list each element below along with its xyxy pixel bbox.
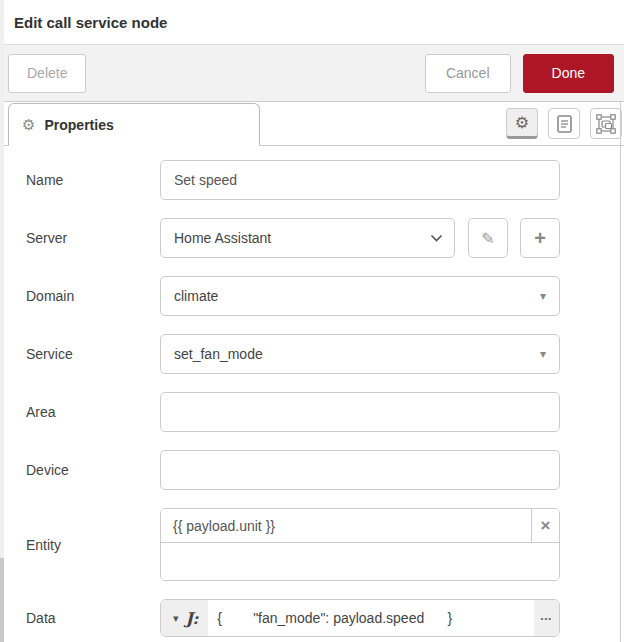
device-row: Device — [26, 450, 624, 490]
caret-down-icon: ▾ — [540, 347, 546, 361]
expand-expression-button[interactable]: ••• — [534, 600, 559, 636]
edit-server-button[interactable]: ✎ — [468, 218, 508, 258]
add-server-button[interactable]: + — [520, 218, 560, 258]
panel-right-border — [620, 102, 621, 642]
caret-down-icon: ▾ — [173, 612, 179, 625]
server-label: Server — [26, 230, 160, 246]
service-label: Service — [26, 346, 160, 362]
caret-down-icon: ▾ — [540, 289, 546, 303]
service-row: Service set_fan_mode ▾ — [26, 334, 624, 374]
chevron-down-icon — [430, 234, 443, 242]
entity-list-item: × — [161, 509, 559, 543]
data-type-select-button[interactable]: ▾ J: — [161, 600, 208, 636]
data-expression-input[interactable] — [208, 600, 533, 636]
server-row: Server Home Assistant ✎ + — [26, 218, 624, 258]
device-control — [160, 450, 560, 490]
device-label: Device — [26, 462, 160, 478]
tab-bar: ⚙ Properties ⚙ — [0, 102, 624, 146]
properties-tab-button[interactable]: ⚙ — [506, 108, 538, 139]
service-control: set_fan_mode ▾ — [160, 334, 560, 374]
area-input[interactable] — [160, 392, 560, 432]
entity-add-input[interactable] — [161, 543, 559, 580]
pencil-icon: ✎ — [481, 229, 494, 248]
name-input[interactable] — [160, 160, 560, 200]
gear-icon: ⚙ — [515, 113, 529, 132]
properties-form: Name Server Home Assistant ✎ + — [0, 146, 624, 642]
button-bar-right: Cancel Done — [425, 54, 616, 93]
domain-control: climate ▾ — [160, 276, 560, 316]
data-typed-input: ▾ J: ••• — [160, 599, 560, 637]
plus-icon: + — [534, 227, 546, 250]
service-value: set_fan_mode — [174, 346, 263, 362]
done-button[interactable]: Done — [523, 54, 614, 93]
appearance-icon — [596, 114, 616, 134]
data-row: Data ▾ J: ••• — [26, 599, 624, 637]
entity-row: Entity × — [26, 508, 624, 581]
remove-entity-button[interactable]: × — [531, 509, 559, 542]
server-select-value: Home Assistant — [174, 230, 271, 246]
entity-control: × — [160, 508, 560, 581]
entity-list-add-row — [161, 543, 559, 580]
tab-properties-label: Properties — [44, 117, 113, 133]
entity-label: Entity — [26, 537, 160, 553]
edit-call-service-dialog: Edit call service node Delete Cancel Don… — [0, 0, 624, 642]
server-select[interactable]: Home Assistant — [160, 218, 455, 258]
document-icon — [557, 115, 572, 133]
domain-row: Domain climate ▾ — [26, 276, 624, 316]
name-row: Name — [26, 160, 624, 200]
ellipsis-icon: ••• — [541, 614, 552, 623]
dialog-header: Edit call service node — [0, 0, 624, 45]
data-label: Data — [26, 610, 160, 626]
close-icon: × — [541, 516, 551, 535]
editor-tab-buttons: ⚙ — [506, 108, 622, 139]
data-control: ▾ J: ••• — [160, 599, 560, 637]
button-bar: Delete Cancel Done — [0, 45, 624, 102]
jsonata-expression-icon: J: — [186, 609, 199, 628]
name-control — [160, 160, 560, 200]
dialog-title: Edit call service node — [14, 14, 167, 31]
name-label: Name — [26, 172, 160, 188]
service-combobox[interactable]: set_fan_mode ▾ — [160, 334, 560, 374]
entity-input[interactable] — [161, 509, 531, 542]
delete-button[interactable]: Delete — [8, 54, 86, 93]
entity-list: × — [160, 508, 560, 581]
domain-label: Domain — [26, 288, 160, 304]
gear-icon: ⚙ — [22, 116, 35, 134]
server-control: Home Assistant ✎ + — [160, 218, 560, 258]
description-tab-button[interactable] — [548, 108, 580, 139]
scrollbar-thumb[interactable] — [0, 558, 4, 642]
tab-properties[interactable]: ⚙ Properties — [8, 103, 260, 146]
appearance-tab-button[interactable] — [590, 108, 622, 139]
area-label: Area — [26, 404, 160, 420]
area-control — [160, 392, 560, 432]
domain-combobox[interactable]: climate ▾ — [160, 276, 560, 316]
scrollbar-track[interactable] — [0, 0, 4, 642]
area-row: Area — [26, 392, 624, 432]
device-input[interactable] — [160, 450, 560, 490]
cancel-button[interactable]: Cancel — [425, 54, 511, 93]
domain-value: climate — [174, 288, 218, 304]
